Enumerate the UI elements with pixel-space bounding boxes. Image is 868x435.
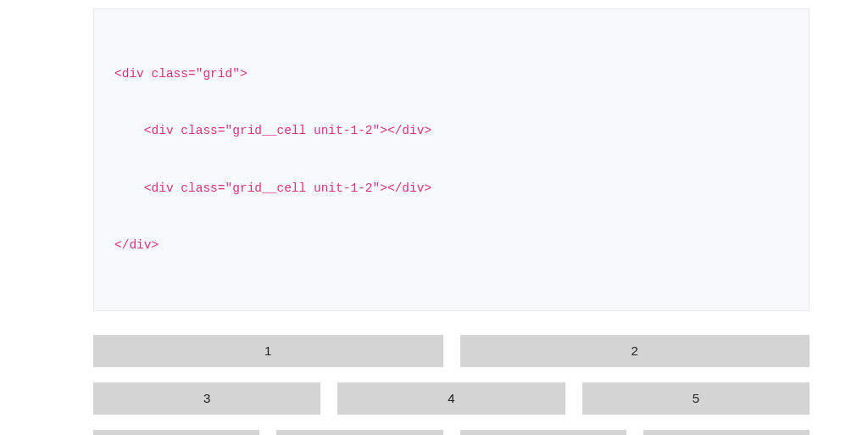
grid-row: 6789	[93, 430, 810, 435]
grid-cell: 7	[276, 430, 442, 435]
grid-cell: 1	[93, 335, 443, 367]
code-line: <div class="grid">	[114, 64, 788, 83]
grid-cell: 5	[582, 382, 810, 415]
grid-cell: 3	[93, 382, 320, 415]
grid-cell: 9	[643, 430, 810, 435]
code-line: </div>	[114, 236, 788, 254]
grid-demo: 1234567891011121314151617181920	[93, 335, 810, 435]
grid-cell: 2	[460, 335, 810, 367]
code-example-block: <div class="grid"> <div class="grid__cel…	[93, 8, 810, 311]
grid-row: 345	[93, 382, 810, 415]
grid-row: 12	[93, 335, 810, 367]
grid-cell: 8	[460, 430, 626, 435]
code-line: <div class="grid__cell unit-1-2"></div>	[114, 121, 788, 140]
grid-cell: 4	[337, 382, 565, 415]
code-line: <div class="grid__cell unit-1-2"></div>	[114, 179, 788, 198]
content-container: <div class="grid"> <div class="grid__cel…	[93, 8, 810, 435]
grid-cell: 6	[93, 430, 259, 435]
